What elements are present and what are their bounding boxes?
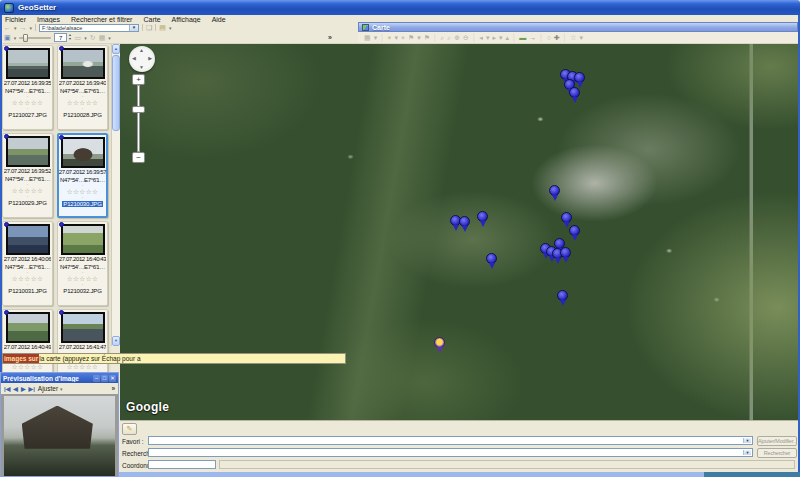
edit-pencil-button[interactable]: ✎: [122, 423, 137, 435]
track-line-icon[interactable]: ▬: [519, 33, 526, 42]
menu-item[interactable]: Fichier: [5, 16, 26, 23]
map-marker-pin[interactable]: [459, 216, 470, 227]
thumbnail-photo[interactable]: [61, 312, 105, 343]
zoom-slider-track[interactable]: [137, 85, 140, 152]
separator[interactable]: │: [539, 33, 543, 42]
map-panel-header[interactable]: Carte: [358, 22, 798, 32]
thumbnail-photo[interactable]: [61, 137, 105, 168]
dropdown-icon[interactable]: ▾: [579, 33, 583, 42]
favori-input[interactable]: ▼: [148, 436, 753, 445]
marker-icon[interactable]: ⌖: [401, 33, 405, 42]
set-position-icon[interactable]: ⌖: [388, 33, 392, 42]
prev-image-icon[interactable]: ◀: [13, 385, 18, 392]
zoom-selection-icon[interactable]: ⌕: [440, 33, 444, 42]
copy-path-icon[interactable]: ❏: [146, 24, 152, 32]
map-marker-pin[interactable]: [557, 290, 568, 301]
scroll-down-icon[interactable]: ▼: [112, 336, 120, 346]
dropdown-icon[interactable]: ▾: [499, 33, 503, 42]
flag-new-icon[interactable]: ⚑: [408, 33, 414, 42]
favorites-icon[interactable]: ☆: [570, 33, 576, 42]
dropdown-icon[interactable]: ▾: [84, 35, 87, 41]
preview-overflow-chevron[interactable]: »: [111, 385, 115, 392]
menu-item[interactable]: Affichage: [172, 16, 201, 23]
dropdown-icon[interactable]: ▾: [374, 33, 378, 42]
chevron-down-icon[interactable]: ▼: [743, 450, 751, 455]
columns-spinner[interactable]: 7 ▲▼: [54, 33, 71, 42]
zoom-in-button[interactable]: +: [132, 74, 145, 85]
up-icon[interactable]: ▴: [505, 33, 509, 42]
title-bar[interactable]: GeoSetter: [0, 0, 800, 15]
zoom-in-icon[interactable]: ⊕: [454, 33, 460, 42]
zoom-out-icon[interactable]: ⊖: [463, 33, 469, 42]
dropdown-icon[interactable]: ▾: [169, 25, 172, 31]
dropdown-icon[interactable]: ▾: [14, 35, 17, 41]
chevron-down-icon[interactable]: ▼: [129, 25, 138, 31]
image-thumbnail-cell[interactable]: 27.07.2012 16:39:57 N47°54'…E7°6'1… · ☆☆…: [57, 133, 108, 218]
image-thumbnail-cell[interactable]: 27.07.2012 16:40:06 N47°54'…E7°6'1… · ☆☆…: [2, 221, 53, 306]
fit-mode-dropdown[interactable]: Ajuster ▾: [38, 385, 63, 392]
separator[interactable]: │: [433, 33, 437, 42]
thumbnail-photo[interactable]: [6, 48, 50, 79]
thumbnail-size-slider[interactable]: [19, 33, 51, 43]
map-marker-pin[interactable]: [569, 87, 580, 98]
forward-icon[interactable]: →: [20, 24, 27, 32]
dropdown-icon[interactable]: ▾: [486, 33, 490, 42]
image-thumbnail-cell[interactable]: 27.07.2012 16:39:35 N47°54'…E7°6'1… · ☆☆…: [2, 45, 53, 130]
last-image-icon[interactable]: ▶|: [29, 385, 35, 392]
slider-knob[interactable]: [23, 34, 28, 42]
menu-item[interactable]: Aide: [212, 16, 226, 23]
map-type-icon[interactable]: ▦: [364, 33, 371, 42]
thumbnail-photo[interactable]: [6, 312, 50, 343]
map-marker-pin[interactable]: [549, 185, 560, 196]
separator[interactable]: │: [472, 33, 476, 42]
map-marker-pin[interactable]: [434, 337, 445, 348]
menu-item[interactable]: Images: [37, 16, 60, 23]
scroll-up-icon[interactable]: ▲: [112, 44, 120, 54]
add-position-icon[interactable]: ✚: [554, 33, 560, 42]
prev-image-icon[interactable]: ◂: [479, 33, 483, 42]
next-image-icon[interactable]: ▸: [492, 33, 496, 42]
map-marker-pin[interactable]: [477, 211, 488, 222]
dropdown-icon[interactable]: ▾: [30, 25, 33, 31]
map-marker-pin[interactable]: [561, 212, 572, 223]
close-button[interactable]: ✕: [109, 375, 116, 382]
next-image-icon[interactable]: ▶: [21, 385, 26, 392]
toolbar-overflow-chevron[interactable]: »: [328, 34, 332, 41]
menu-item[interactable]: Carte: [143, 16, 160, 23]
chevron-down-icon[interactable]: ▼: [743, 438, 751, 443]
menu-item[interactable]: Rechercher et filtrer: [71, 16, 132, 23]
coordinates-input[interactable]: [148, 460, 216, 469]
folder-path-combo[interactable]: F:\balade\alsace ▼: [39, 24, 139, 32]
zoom-out-button[interactable]: −: [132, 152, 145, 163]
search-button[interactable]: Rechercher: [757, 448, 797, 458]
image-thumbnail-cell[interactable]: 27.07.2012 16:40:43 N47°54'…E7°6'1… · ☆☆…: [57, 221, 108, 306]
preview-title-bar[interactable]: Prévisualisation d'image –□✕: [1, 373, 118, 383]
add-modify-favorite-button[interactable]: Ajouter/Modifier...: [757, 436, 797, 446]
dropdown-icon[interactable]: ▾: [14, 25, 17, 31]
map-marker-pin[interactable]: [574, 72, 585, 83]
thumbnail-photo[interactable]: [6, 224, 50, 255]
dropdown-icon[interactable]: ▾: [394, 33, 398, 42]
flag-icon[interactable]: ⚑: [424, 33, 430, 42]
spinner-arrows-icon[interactable]: ▲▼: [68, 34, 71, 41]
float-button[interactable]: □: [101, 375, 108, 382]
dropdown-icon[interactable]: ▾: [108, 35, 111, 41]
image-thumbnail-cell[interactable]: 27.07.2012 16:39:40 N47°54'…E7°6'1… · ☆☆…: [57, 45, 108, 130]
view-mode-icon[interactable]: ▣: [4, 34, 11, 42]
map-marker-pin[interactable]: [486, 253, 497, 264]
search-input[interactable]: ▼: [148, 448, 753, 457]
pan-down-icon[interactable]: ▼: [139, 65, 144, 70]
circle-icon[interactable]: ○: [547, 33, 551, 42]
thumbnail-photo[interactable]: [61, 224, 105, 255]
thumbnail-photo[interactable]: [6, 136, 50, 167]
thumbnail-photo[interactable]: [61, 48, 105, 79]
thumbnail-scrollbar[interactable]: ▲ ▼: [111, 44, 120, 346]
back-icon[interactable]: ←: [4, 24, 11, 32]
map-marker-pin[interactable]: [569, 225, 580, 236]
track-next-icon[interactable]: →: [529, 33, 536, 42]
pan-left-icon[interactable]: ◀: [132, 56, 136, 61]
camera-icon[interactable]: ▦: [99, 34, 106, 42]
scrollbar-thumb[interactable]: [112, 55, 120, 131]
refresh-icon[interactable]: ↻: [90, 34, 96, 42]
pan-right-icon[interactable]: ▶: [148, 56, 152, 61]
